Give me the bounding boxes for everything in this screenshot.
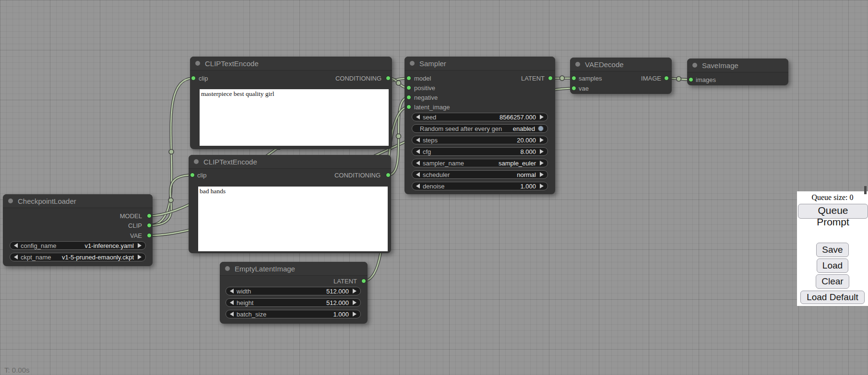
increment-arrow-icon[interactable]	[540, 172, 544, 177]
output-port-conditioning[interactable]	[386, 173, 391, 177]
output-port-image[interactable]	[664, 76, 669, 81]
decrement-arrow-icon[interactable]	[230, 289, 234, 293]
sampler-name-widget[interactable]: sampler_name sample_euler	[412, 159, 548, 167]
decrement-arrow-icon[interactable]	[416, 149, 420, 154]
widget-value: 20.000	[517, 137, 536, 144]
input-label-vae: vae	[579, 85, 589, 92]
scrollbar-thumb[interactable]	[864, 186, 867, 194]
output-port-clip[interactable]	[147, 223, 152, 228]
input-port-clip[interactable]	[191, 76, 196, 81]
link-midpoint-dot	[168, 198, 173, 203]
decrement-arrow-icon[interactable]	[416, 184, 420, 188]
node-sampler[interactable]: Sampler model positive negative latent_i…	[404, 57, 555, 194]
clear-button[interactable]: Clear	[816, 274, 849, 289]
collapse-dot-icon[interactable]	[194, 159, 199, 164]
increment-arrow-icon[interactable]	[353, 312, 357, 316]
decrement-arrow-icon[interactable]	[14, 243, 18, 248]
node-header[interactable]: SaveImage	[687, 59, 788, 72]
steps-widget[interactable]: steps 20.000	[412, 136, 548, 144]
collapse-dot-icon[interactable]	[8, 199, 13, 203]
random-seed-toggle-widget[interactable]: Random seed after every gen enabled	[412, 124, 548, 133]
widget-label: scheduler	[423, 171, 450, 178]
output-port-conditioning[interactable]	[386, 76, 391, 81]
ckpt-name-widget[interactable]: ckpt_name v1-5-pruned-emaonly.ckpt	[10, 253, 146, 261]
config-name-widget[interactable]: config_name v1-inference.yaml	[10, 241, 146, 250]
widget-value: 8566257.000	[499, 114, 536, 121]
input-port-vae[interactable]	[571, 86, 576, 91]
node-header[interactable]: EmptyLatentImage	[220, 262, 368, 276]
widget-label: steps	[423, 137, 438, 144]
save-button[interactable]: Save	[816, 243, 848, 257]
toggle-circle-icon[interactable]	[538, 126, 544, 131]
input-port-latent-image[interactable]	[406, 105, 411, 109]
increment-arrow-icon[interactable]	[540, 161, 544, 165]
decrement-arrow-icon[interactable]	[230, 300, 234, 305]
increment-arrow-icon[interactable]	[138, 255, 142, 259]
input-label-latent-image: latent_image	[414, 104, 450, 111]
collapse-dot-icon[interactable]	[575, 62, 580, 67]
output-label-image: IMAGE	[641, 75, 661, 82]
decrement-arrow-icon[interactable]	[14, 255, 18, 259]
input-port-model[interactable]	[406, 76, 411, 81]
collapse-dot-icon[interactable]	[410, 61, 415, 66]
node-header[interactable]: CLIPTextEncode	[189, 155, 391, 169]
comfyui-canvas[interactable]: { "checkpoint_loader": { "title": "Check…	[0, 0, 868, 375]
denoise-widget[interactable]: denoise 1.000	[412, 182, 548, 190]
input-port-positive[interactable]	[406, 85, 411, 90]
increment-arrow-icon[interactable]	[353, 289, 357, 293]
widget-label: config_name	[21, 242, 56, 249]
node-header[interactable]: CheckpointLoader	[3, 194, 153, 208]
node-checkpoint-loader[interactable]: CheckpointLoader MODEL CLIP VAE config_n…	[3, 194, 153, 266]
increment-arrow-icon[interactable]	[540, 138, 544, 142]
node-header[interactable]: VAEDecode	[570, 58, 672, 71]
queue-prompt-button[interactable]: Queue Prompt	[798, 204, 868, 219]
scheduler-widget[interactable]: scheduler normal	[412, 170, 548, 179]
output-port-latent[interactable]	[548, 76, 553, 81]
input-port-images[interactable]	[689, 77, 693, 82]
load-button[interactable]: Load	[817, 258, 848, 273]
output-port-vae[interactable]	[147, 233, 152, 238]
positive-prompt-textarea[interactable]: masterpiece best quality girl	[200, 89, 389, 146]
widget-label: sampler_name	[423, 160, 464, 167]
node-vae-decode[interactable]: VAEDecode samples vae IMAGE	[570, 58, 672, 94]
widget-label: Random seed after every gen	[420, 125, 502, 132]
input-port-negative[interactable]	[406, 95, 411, 100]
height-widget[interactable]: height 512.000	[226, 298, 361, 307]
negative-prompt-textarea[interactable]: bad hands	[198, 187, 388, 251]
widget-value: enabled	[513, 125, 535, 132]
node-title: CheckpointLoader	[18, 197, 76, 205]
decrement-arrow-icon[interactable]	[416, 115, 420, 119]
input-port-clip[interactable]	[190, 173, 195, 177]
output-label-clip: CLIP	[128, 222, 142, 229]
seed-widget[interactable]: seed 8566257.000	[412, 113, 548, 121]
node-clip-text-encode-positive[interactable]: CLIPTextEncode clip CONDITIONING masterp…	[190, 57, 392, 149]
node-header[interactable]: CLIPTextEncode	[190, 57, 392, 70]
decrement-arrow-icon[interactable]	[230, 312, 234, 316]
node-clip-text-encode-negative[interactable]: CLIPTextEncode clip CONDITIONING bad han…	[189, 155, 391, 253]
increment-arrow-icon[interactable]	[540, 149, 544, 154]
collapse-dot-icon[interactable]	[692, 63, 697, 68]
increment-arrow-icon[interactable]	[353, 300, 357, 305]
decrement-arrow-icon[interactable]	[416, 138, 420, 142]
width-widget[interactable]: width 512.000	[226, 287, 361, 295]
output-port-model[interactable]	[147, 213, 152, 218]
queue-size-label: Queue size: 0	[797, 193, 868, 202]
output-port-latent[interactable]	[361, 279, 366, 283]
increment-arrow-icon[interactable]	[540, 184, 544, 188]
node-title: CLIPTextEncode	[205, 59, 259, 68]
batch-size-widget[interactable]: batch_size 1.000	[226, 310, 361, 318]
load-default-button[interactable]: Load Default	[800, 291, 865, 304]
decrement-arrow-icon[interactable]	[416, 161, 420, 165]
node-save-image[interactable]: SaveImage images	[687, 59, 788, 85]
increment-arrow-icon[interactable]	[138, 243, 142, 248]
input-label-clip: clip	[197, 172, 207, 179]
link-midpoint-dot	[677, 77, 681, 82]
decrement-arrow-icon[interactable]	[416, 172, 420, 177]
collapse-dot-icon[interactable]	[225, 266, 230, 271]
node-header[interactable]: Sampler	[404, 57, 555, 70]
cfg-widget[interactable]: cfg 8.000	[412, 147, 548, 156]
node-empty-latent-image[interactable]: EmptyLatentImage LATENT width 512.000 he…	[220, 262, 368, 324]
collapse-dot-icon[interactable]	[195, 61, 200, 66]
increment-arrow-icon[interactable]	[540, 115, 544, 119]
input-port-samples[interactable]	[571, 76, 576, 81]
